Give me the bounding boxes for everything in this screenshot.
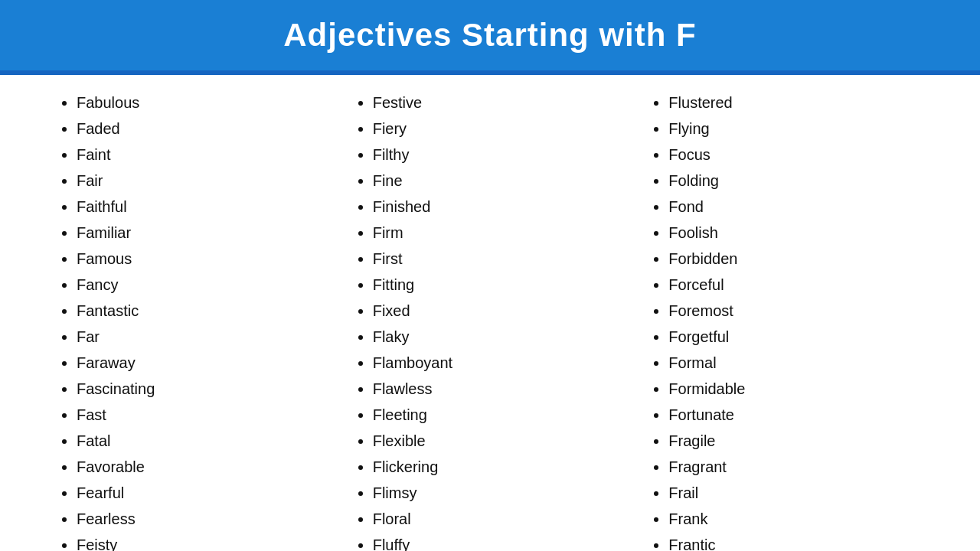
list-item: Foremost xyxy=(668,298,919,323)
column-3: FlusteredFlyingFocusFoldingFondFoolishFo… xyxy=(638,90,934,551)
list-item: Formal xyxy=(668,350,919,375)
list-item: Folding xyxy=(668,168,919,193)
list-item: Fantastic xyxy=(77,298,327,323)
list-item: Favorable xyxy=(77,455,327,479)
list-item: Frail xyxy=(668,481,919,505)
list-item: Fearful xyxy=(77,481,327,505)
header: Adjectives Starting with F xyxy=(0,0,980,70)
list-item: Finished xyxy=(373,194,623,219)
list-item: Fortunate xyxy=(668,403,919,427)
list-item: Firm xyxy=(373,220,623,245)
list-item: Fair xyxy=(77,168,327,193)
list-item: Fitting xyxy=(373,272,623,297)
list-item: Flickering xyxy=(373,455,623,479)
list-item: Faraway xyxy=(77,350,327,375)
list-item: Forceful xyxy=(668,272,919,297)
list-item: Fixed xyxy=(373,298,623,323)
list-item: Faded xyxy=(77,116,327,141)
list-item: Flustered xyxy=(668,90,919,115)
list-item: Flying xyxy=(668,116,919,141)
list-item: Fatal xyxy=(77,429,327,453)
list-item: Fabulous xyxy=(77,90,327,115)
list-item: Far xyxy=(77,324,327,349)
list-item: Frantic xyxy=(668,533,919,551)
list-item: Fancy xyxy=(77,272,327,297)
list-item: Fast xyxy=(77,403,327,427)
list-item: Focus xyxy=(668,142,919,167)
list-item: Fiery xyxy=(373,116,623,141)
list-item: Festive xyxy=(373,90,623,115)
list-item: Floral xyxy=(373,507,623,531)
list-item: Flaky xyxy=(373,324,623,349)
list-item: Flexible xyxy=(373,429,623,453)
list-item: Fearless xyxy=(77,507,327,531)
content-area: FabulousFadedFaintFairFaithfulFamiliarFa… xyxy=(0,75,980,551)
list-item: Fond xyxy=(668,194,919,219)
column-2: FestiveFieryFilthyFineFinishedFirmFirstF… xyxy=(342,90,639,551)
list-item: Fragile xyxy=(668,429,919,453)
adjectives-list-2: FestiveFieryFilthyFineFinishedFirmFirstF… xyxy=(358,90,623,551)
list-item: Fine xyxy=(373,168,623,193)
page-title: Adjectives Starting with F xyxy=(31,17,949,54)
adjectives-list-3: FlusteredFlyingFocusFoldingFondFoolishFo… xyxy=(653,90,919,551)
list-item: Familiar xyxy=(77,220,327,245)
list-item: Flamboyant xyxy=(373,350,623,375)
list-item: Feisty xyxy=(77,533,327,551)
list-item: Flawless xyxy=(373,377,623,401)
list-item: Fluffy xyxy=(373,533,623,551)
list-item: Faithful xyxy=(77,194,327,219)
list-item: Famous xyxy=(77,246,327,271)
list-item: Filthy xyxy=(373,142,623,167)
list-item: Formidable xyxy=(668,377,919,401)
list-item: Frank xyxy=(668,507,919,531)
list-item: Forgetful xyxy=(668,324,919,349)
adjectives-list-1: FabulousFadedFaintFairFaithfulFamiliarFa… xyxy=(61,90,327,551)
list-item: Fleeting xyxy=(373,403,623,427)
list-item: Fascinating xyxy=(77,377,327,401)
column-1: FabulousFadedFaintFairFaithfulFamiliarFa… xyxy=(46,90,342,551)
list-item: First xyxy=(373,246,623,271)
list-item: Forbidden xyxy=(668,246,919,271)
list-item: Flimsy xyxy=(373,481,623,505)
list-item: Foolish xyxy=(668,220,919,245)
list-item: Fragrant xyxy=(668,455,919,479)
list-item: Faint xyxy=(77,142,327,167)
